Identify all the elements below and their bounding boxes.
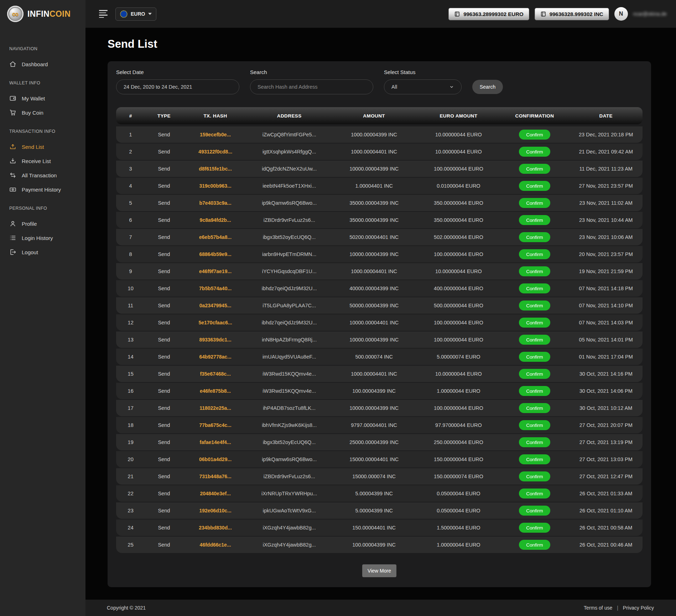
confirm-button[interactable]: Confirm bbox=[519, 249, 550, 259]
tx-euro-amount: 10.00000044 EURO bbox=[417, 149, 500, 155]
avatar[interactable]: N bbox=[614, 7, 628, 21]
tx-hash-link[interactable]: e46fe875b8... bbox=[183, 388, 248, 394]
nav-section-items: My Wallet Buy Coin bbox=[9, 91, 82, 120]
confirm-button[interactable]: Confirm bbox=[519, 301, 550, 310]
confirm-button[interactable]: Confirm bbox=[519, 318, 550, 328]
tx-date: 27 Oct, 2021 20:07 PM bbox=[570, 422, 643, 428]
confirm-button[interactable]: Confirm bbox=[519, 215, 550, 225]
confirm-button[interactable]: Confirm bbox=[519, 164, 550, 174]
tx-hash-link[interactable]: 192e06d10c... bbox=[183, 508, 248, 513]
tx-hash-link[interactable]: fafae14e4f4... bbox=[183, 439, 248, 445]
tx-hash-link[interactable]: 319c00b963... bbox=[183, 183, 248, 189]
sidebar-item-logout[interactable]: Logout bbox=[9, 245, 82, 259]
tx-euro-amount: 10.00000044 EURO bbox=[417, 268, 500, 274]
tx-date: 30 Oct, 2021 14:16 PM bbox=[570, 371, 643, 377]
tx-hash-link[interactable]: 06b01a4d29... bbox=[183, 456, 248, 462]
confirm-button[interactable]: Confirm bbox=[519, 198, 550, 208]
sidebar-item-payment-history[interactable]: Payment History bbox=[9, 182, 82, 197]
sidebar-item-receive-list[interactable]: Receive List bbox=[9, 154, 82, 168]
tx-hash-link[interactable]: 9c8a94fd2b... bbox=[183, 217, 248, 223]
confirm-button[interactable]: Confirm bbox=[519, 403, 550, 413]
content: Send List Select Date Search Select Stat… bbox=[85, 28, 676, 600]
tx-hash-link[interactable]: 234bbd830d... bbox=[183, 525, 248, 531]
confirmation-cell: Confirm bbox=[500, 506, 569, 516]
confirm-button[interactable]: Confirm bbox=[519, 386, 550, 396]
confirm-button[interactable]: Confirm bbox=[519, 232, 550, 242]
sidebar-item-all-transaction[interactable]: All Transaction bbox=[9, 168, 82, 182]
sidebar-item-send-list[interactable]: Send List bbox=[9, 140, 82, 154]
confirm-button[interactable]: Confirm bbox=[519, 437, 550, 447]
confirm-button[interactable]: Confirm bbox=[519, 130, 550, 140]
tx-hash-link[interactable]: b7e4033c9a... bbox=[183, 200, 248, 206]
tx-euro-amount: 10.00000044 EURO bbox=[417, 371, 500, 377]
sidebar-item-buy-coin[interactable]: Buy Coin bbox=[9, 105, 82, 120]
tx-hash-link[interactable]: 64b92778ac... bbox=[183, 354, 248, 360]
sidebar-item-my-wallet[interactable]: My Wallet bbox=[9, 91, 82, 105]
confirmation-cell: Confirm bbox=[500, 471, 569, 481]
confirm-button[interactable]: Confirm bbox=[519, 283, 550, 293]
tx-type: Send bbox=[145, 166, 183, 172]
payment-icon bbox=[9, 186, 16, 193]
tx-hash-link[interactable]: d8f615fe1bc... bbox=[183, 166, 248, 172]
euro-balance-button[interactable]: 996363.28999302 EURO bbox=[448, 8, 529, 20]
table-row: 6 Send 9c8a94fd2b... iZBDrdr9vrFvLuz2s6.… bbox=[116, 212, 643, 228]
tx-hash-link[interactable]: 46fdd66c1e... bbox=[183, 542, 248, 548]
sidebar-item-profile[interactable]: Profile bbox=[9, 216, 82, 231]
tx-address: ip9kQamw6sRQ6Bwo... bbox=[248, 456, 331, 462]
date-range-input[interactable] bbox=[116, 79, 239, 94]
confirm-button[interactable]: Confirm bbox=[519, 181, 550, 191]
confirm-button[interactable]: Confirm bbox=[519, 369, 550, 379]
confirm-button[interactable]: Confirm bbox=[519, 147, 550, 157]
brand-logo[interactable]: ∞ INFINCOIN bbox=[0, 0, 85, 28]
tx-hash-link[interactable]: 5e170cfaac6... bbox=[183, 320, 248, 325]
tx-hash-link[interactable]: 7b5b574a40... bbox=[183, 286, 248, 291]
confirm-button[interactable]: Confirm bbox=[519, 420, 550, 430]
tx-hash-link[interactable]: 159ecefb0e... bbox=[183, 132, 248, 137]
privacy-link[interactable]: Privacy Policy bbox=[623, 605, 654, 611]
sidebar-item-login-history[interactable]: Login History bbox=[9, 231, 82, 245]
table-row: 4 Send 319c00b963... ieebtN4Fk5oeT1XHxi.… bbox=[116, 178, 643, 194]
tx-hash-link[interactable]: 0a23479945... bbox=[183, 303, 248, 308]
confirm-button[interactable]: Confirm bbox=[519, 506, 550, 516]
confirm-button[interactable]: Confirm bbox=[519, 335, 550, 345]
search-button[interactable]: Search bbox=[472, 80, 503, 94]
confirm-button[interactable]: Confirm bbox=[519, 471, 550, 481]
tx-hash-link[interactable]: 8933639dc1... bbox=[183, 337, 248, 343]
tx-hash-link[interactable]: 493122f0cd8... bbox=[183, 149, 248, 155]
tx-address: iXGzqh4Y4jawbB82g... bbox=[248, 542, 331, 548]
confirm-button[interactable]: Confirm bbox=[519, 454, 550, 464]
currency-selector[interactable]: EURO bbox=[115, 7, 156, 21]
confirm-button[interactable]: Confirm bbox=[519, 352, 550, 362]
confirm-button[interactable]: Confirm bbox=[519, 489, 550, 498]
tx-hash-link[interactable]: e46f9f7ae19... bbox=[183, 268, 248, 274]
status-select[interactable]: All bbox=[384, 79, 462, 94]
confirm-button[interactable]: Confirm bbox=[519, 523, 550, 533]
tx-type: Send bbox=[145, 286, 183, 291]
table-row: 23 Send 192e06d10c... ipkUGwAoTcWtV9xG..… bbox=[116, 502, 643, 519]
tx-hash-link[interactable]: f35e67468c... bbox=[183, 371, 248, 377]
tx-date: 26 Oct, 2021 01:33 AM bbox=[570, 491, 643, 496]
confirm-button[interactable]: Confirm bbox=[519, 540, 550, 550]
search-input[interactable] bbox=[250, 79, 373, 94]
tx-type: Send bbox=[145, 217, 183, 223]
tx-hash-link[interactable]: 731b448a76... bbox=[183, 474, 248, 479]
confirmation-cell: Confirm bbox=[500, 198, 569, 208]
tx-hash-link[interactable]: 68864b59e9... bbox=[183, 251, 248, 257]
hamburger-menu-icon[interactable] bbox=[99, 10, 108, 18]
tx-type: Send bbox=[145, 371, 183, 377]
receive-icon bbox=[9, 157, 16, 165]
tx-hash-link[interactable]: 204840e3ef... bbox=[183, 491, 248, 496]
confirmation-cell: Confirm bbox=[500, 249, 569, 259]
tx-type: Send bbox=[145, 508, 183, 513]
tx-hash-link[interactable]: 118022e25a... bbox=[183, 405, 248, 411]
sidebar-item-dashboard[interactable]: Dashboard bbox=[9, 57, 82, 71]
terms-link[interactable]: Terms of use bbox=[584, 605, 612, 611]
row-number: 25 bbox=[116, 542, 145, 548]
confirm-button[interactable]: Confirm bbox=[519, 266, 550, 276]
inc-balance-button[interactable]: 99636328.999302 INC bbox=[535, 8, 609, 20]
tx-hash-link[interactable]: e6eb57b4a8... bbox=[183, 234, 248, 240]
tx-amount: 10000.00004399 INC bbox=[331, 251, 417, 257]
tx-hash-link[interactable]: 77ba675c4c... bbox=[183, 422, 248, 428]
view-more-button[interactable]: View More bbox=[362, 564, 396, 577]
confirmation-cell: Confirm bbox=[500, 386, 569, 396]
